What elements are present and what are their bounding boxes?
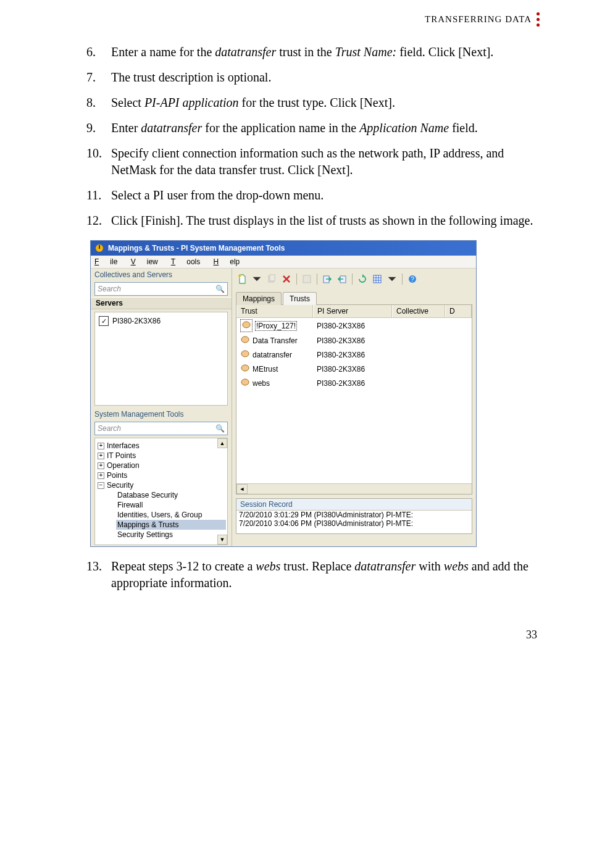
properties-icon	[301, 273, 313, 285]
search-placeholder: Search	[98, 424, 121, 433]
scroll-down-icon[interactable]: ▼	[217, 535, 227, 545]
tab-trusts[interactable]: Trusts	[283, 292, 317, 305]
collectives-label: Collectives and Servers	[91, 269, 232, 281]
refresh-icon[interactable]	[356, 273, 369, 285]
cell-trust: !Proxy_127!	[255, 321, 297, 331]
text-italic: datatransfer	[354, 559, 416, 573]
text: Select	[111, 96, 144, 109]
svg-rect-8	[374, 275, 381, 283]
expand-icon[interactable]: +	[98, 453, 104, 459]
collapse-icon[interactable]: −	[98, 482, 104, 489]
expand-icon[interactable]: +	[98, 443, 104, 449]
tree-label: Interfaces	[107, 441, 140, 450]
text-italic: datatransfer	[141, 121, 202, 135]
col-d[interactable]: D	[445, 305, 472, 317]
tab-mappings[interactable]: Mappings	[236, 292, 282, 305]
trust-icon	[240, 363, 250, 375]
menubar: File View Tools Help	[91, 256, 476, 269]
tree-item-points[interactable]: +Points	[96, 470, 226, 480]
new-icon[interactable]	[236, 273, 248, 285]
expand-icon[interactable]: +	[98, 472, 104, 479]
tree-item-db-security[interactable]: Database Security	[116, 490, 226, 500]
export-icon[interactable]	[321, 273, 333, 285]
smt-tree: ▲ +Interfaces +IT Points +Operation +Poi…	[94, 438, 228, 545]
collectives-search[interactable]: Search 🔍	[94, 282, 228, 296]
expand-icon[interactable]: +	[98, 462, 104, 469]
tree-item-identities[interactable]: Identities, Users, & Group	[116, 510, 226, 520]
text-italic: Application Name	[359, 121, 449, 135]
table-row[interactable]: Data Transfer PI380-2K3X86	[236, 333, 472, 348]
dropdown-icon[interactable]	[386, 273, 398, 285]
col-trust[interactable]: Trust	[236, 305, 313, 317]
text: field.	[449, 121, 478, 135]
step-8: 8. Select PI-API application for the tru…	[86, 94, 540, 111]
step-7: 7. The trust description is optional.	[86, 69, 540, 86]
trust-icon	[240, 319, 253, 332]
table-row[interactable]: MEtrust PI380-2K3X86	[236, 362, 472, 376]
tree-label: Database Security	[117, 491, 178, 499]
help-icon[interactable]: ?	[406, 273, 419, 285]
toolbar: ?	[232, 269, 476, 287]
smt-search[interactable]: Search 🔍	[94, 422, 228, 435]
steps-list: 6. Enter a name for the datatransfer tru…	[86, 44, 540, 229]
tree-item-security-settings[interactable]: Security Settings	[116, 530, 226, 540]
separator	[296, 273, 297, 285]
cell-trust: Data Transfer	[253, 336, 298, 345]
server-item[interactable]: ✓ PI380-2K3X86	[99, 316, 223, 326]
step-11: 11. Select a PI user from the drop-down …	[86, 187, 540, 204]
cell-server: PI380-2K3X86	[313, 348, 392, 361]
menu-file[interactable]: File	[94, 257, 117, 266]
tree-item-interfaces[interactable]: +Interfaces	[96, 441, 226, 451]
dropdown-icon[interactable]	[251, 273, 263, 285]
trust-icon	[240, 335, 250, 346]
screenshot-window: Mappings & Trusts - PI System Management…	[90, 240, 477, 547]
tree-label: Mappings & Trusts	[117, 520, 178, 529]
text: Repeat steps 3-12 to create a	[111, 559, 256, 573]
text: Click [Finish]. The trust displays in th…	[111, 212, 540, 229]
col-piserver[interactable]: PI Server	[313, 305, 392, 317]
tree-label: Security	[107, 481, 133, 490]
scroll-up-icon[interactable]: ▲	[217, 438, 227, 448]
servers-list: ✓ PI380-2K3X86	[94, 312, 228, 406]
trusts-grid: Trust PI Server Collective D !Proxy_127!…	[236, 304, 472, 495]
grid-icon[interactable]	[371, 273, 383, 285]
col-collective[interactable]: Collective	[392, 305, 445, 317]
text: Enter	[111, 121, 141, 135]
checkbox-icon[interactable]: ✓	[99, 316, 109, 326]
cell-server: PI380-2K3X86	[313, 319, 392, 333]
svg-rect-4	[270, 275, 275, 281]
cell-server: PI380-2K3X86	[313, 362, 392, 375]
tree-item-operation[interactable]: +Operation	[96, 461, 226, 470]
svg-rect-1	[99, 245, 100, 249]
cell-server: PI380-2K3X86	[313, 377, 392, 390]
step-9: 9. Enter datatransfer for the applicatio…	[86, 120, 540, 136]
import-icon[interactable]	[336, 273, 348, 285]
delete-icon[interactable]	[280, 273, 293, 285]
text: with	[416, 559, 444, 573]
text: for the application name in the	[202, 121, 359, 135]
step-6: 6. Enter a name for the datatransfer tru…	[86, 44, 540, 61]
tree-item-itpoints[interactable]: +IT Points	[96, 451, 226, 461]
tree-item-mappings-trusts[interactable]: Mappings & Trusts	[116, 520, 226, 530]
trust-icon	[240, 377, 250, 389]
menu-tools[interactable]: Tools	[171, 257, 200, 266]
text-italic: PI-API application	[144, 96, 239, 109]
page-number: 33	[49, 628, 540, 641]
table-row[interactable]: webs PI380-2K3X86	[236, 376, 472, 390]
menu-view[interactable]: View	[131, 257, 158, 266]
header-section: TRANSFERRING DATA	[425, 14, 532, 25]
text-italic: datatransfer	[215, 45, 276, 59]
scroll-left-icon[interactable]: ◄	[236, 484, 248, 494]
tree-label: Points	[107, 471, 127, 480]
horizontal-scrollbar[interactable]: ◄	[236, 483, 472, 494]
text-italic: Trust Name:	[335, 45, 396, 59]
table-row[interactable]: datatransfer PI380-2K3X86	[236, 348, 472, 362]
text: Select a PI user from the drop-down menu…	[111, 187, 540, 204]
header-dots	[537, 12, 540, 27]
menu-help[interactable]: Help	[214, 257, 240, 266]
servers-label: Servers	[91, 297, 232, 309]
tree-item-firewall[interactable]: Firewall	[116, 500, 226, 510]
tree-item-security[interactable]: −Security	[96, 480, 226, 490]
table-row[interactable]: !Proxy_127! PI380-2K3X86	[236, 318, 472, 333]
text: field. Click [Next].	[396, 45, 493, 59]
